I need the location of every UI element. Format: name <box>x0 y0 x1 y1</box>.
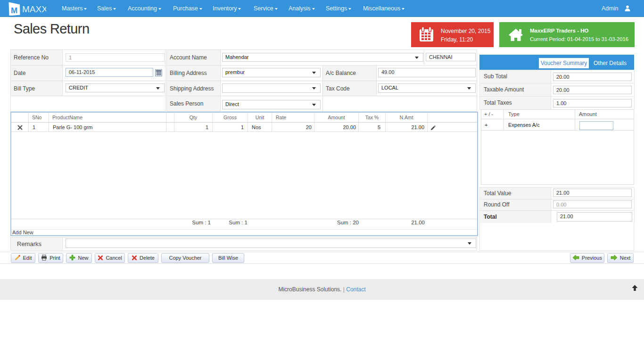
svg-text:M: M <box>11 6 17 15</box>
svg-text:MAXX: MAXX <box>22 4 46 14</box>
